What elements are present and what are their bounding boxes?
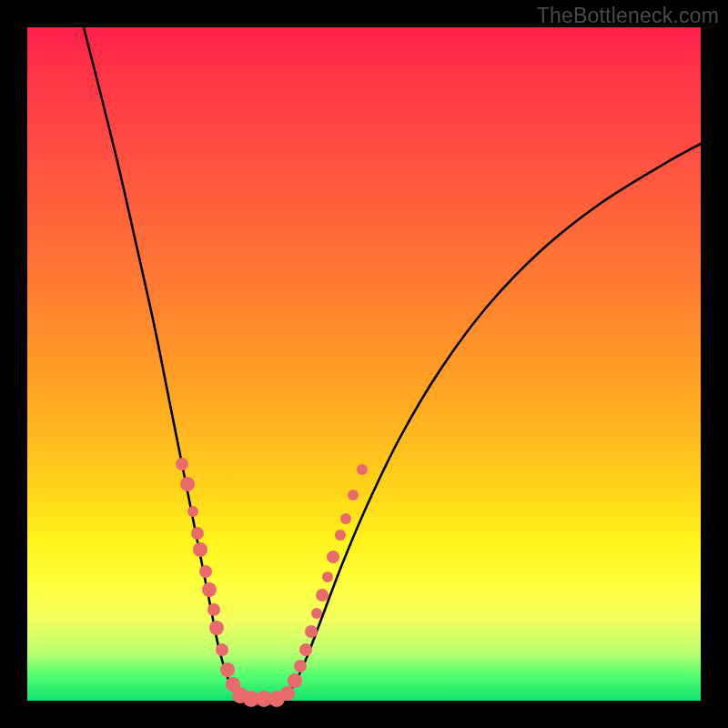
data-marker [202,582,217,597]
data-marker [191,527,204,540]
data-marker [193,542,207,557]
plot-area [27,27,701,701]
data-marker [209,621,224,635]
data-marker [220,662,235,677]
data-marker [348,490,359,500]
data-marker [322,571,333,582]
data-marker [207,603,220,616]
data-marker [299,643,312,656]
data-marker [311,608,322,619]
data-marker [199,565,212,578]
data-markers [176,458,368,707]
data-marker [280,686,295,701]
data-marker [176,458,188,470]
data-marker [305,625,318,638]
data-marker [180,477,195,491]
data-marker [357,464,368,475]
data-marker [327,551,339,563]
watermark-text: TheBottleneck.com [537,4,719,28]
data-marker [335,530,346,541]
bottleneck-curve [84,27,701,700]
curve-svg [27,27,701,701]
chart-frame: TheBottleneck.com [0,0,728,728]
data-marker [216,643,228,656]
data-marker [288,673,302,688]
data-marker [340,513,351,524]
data-marker [294,660,307,672]
data-marker [316,589,329,602]
data-marker [187,506,198,517]
